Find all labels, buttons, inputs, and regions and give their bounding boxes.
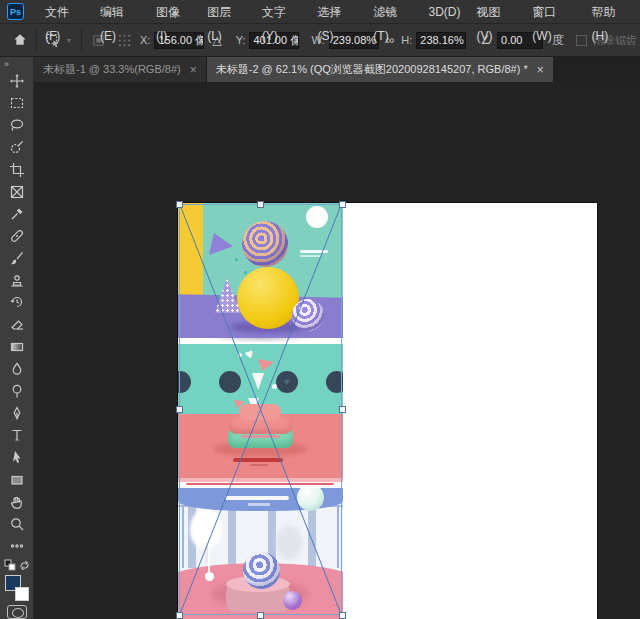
eraser-tool[interactable] bbox=[5, 315, 29, 335]
lasso-tool[interactable] bbox=[5, 115, 29, 135]
x-label: X: bbox=[140, 34, 150, 46]
rectangle-shape-tool[interactable] bbox=[5, 470, 29, 490]
transform-handle-top-center[interactable] bbox=[257, 201, 264, 208]
transform-handle-bottom-right[interactable] bbox=[339, 612, 346, 619]
swap-colors-icon[interactable] bbox=[19, 557, 30, 575]
transform-handle-bottom-center[interactable] bbox=[257, 612, 264, 619]
zoom-tool[interactable] bbox=[5, 514, 29, 534]
height-field[interactable]: 238.16% bbox=[416, 32, 466, 49]
transform-handle-bottom-left[interactable] bbox=[176, 612, 183, 619]
move-tool[interactable] bbox=[5, 71, 29, 91]
reference-point-grid-icon[interactable] bbox=[114, 30, 134, 50]
separator bbox=[81, 29, 82, 51]
menu-select[interactable]: 选择(S) bbox=[310, 0, 366, 24]
eyedropper-tool[interactable] bbox=[5, 204, 29, 224]
edit-toolbar-icon[interactable] bbox=[5, 536, 29, 556]
y-label: Y: bbox=[236, 34, 246, 46]
menu-3d[interactable]: 3D(D) bbox=[421, 0, 469, 24]
home-icon[interactable] bbox=[10, 30, 30, 50]
separator bbox=[36, 29, 37, 51]
history-brush-tool[interactable] bbox=[5, 292, 29, 312]
transform-handle-middle-left[interactable] bbox=[176, 406, 183, 413]
transform-handle-top-left[interactable] bbox=[176, 201, 183, 208]
spot-healing-brush-tool[interactable] bbox=[5, 226, 29, 246]
width-field[interactable]: 239.08% bbox=[329, 32, 379, 49]
tool-dropdown-icon[interactable]: ▾ bbox=[67, 36, 71, 45]
menu-edit[interactable]: 编辑(E) bbox=[92, 0, 148, 24]
hand-tool[interactable] bbox=[5, 492, 29, 512]
menu-window[interactable]: 窗口(W) bbox=[524, 0, 583, 24]
photoshop-window: Ps 文件(F) 编辑(E) 图像(I) 图层(L) 文字(Y) 选择(S) 滤… bbox=[0, 0, 640, 619]
menu-type[interactable]: 文字(Y) bbox=[254, 0, 310, 24]
transform-handle-top-right[interactable] bbox=[339, 201, 346, 208]
menu-filter[interactable]: 滤镜(T) bbox=[365, 0, 420, 24]
tab-title: 未标题-1 @ 33.3%(RGB/8#) bbox=[43, 62, 181, 77]
rectangular-marquee-tool[interactable] bbox=[5, 93, 29, 113]
canvas-area[interactable]: ♥ ♥ bbox=[34, 82, 640, 619]
quick-mask-icon[interactable] bbox=[7, 605, 27, 619]
menu-file[interactable]: 文件(F) bbox=[37, 0, 92, 24]
menu-bar: Ps 文件(F) 编辑(E) 图像(I) 图层(L) 文字(Y) 选择(S) 滤… bbox=[0, 0, 640, 24]
clone-stamp-tool[interactable] bbox=[5, 270, 29, 290]
free-transform-bounding-box[interactable] bbox=[179, 204, 342, 615]
color-swatches bbox=[4, 575, 30, 601]
tools-panel: » bbox=[0, 57, 34, 619]
blur-tool[interactable] bbox=[5, 359, 29, 379]
photoshop-logo-icon: Ps bbox=[7, 3, 24, 20]
tab-untitled-2[interactable]: 未标题-2 @ 62.1% (QQ浏览器截图20200928145207, RG… bbox=[207, 57, 553, 82]
quick-selection-tool[interactable] bbox=[5, 137, 29, 157]
dodge-tool[interactable] bbox=[5, 381, 29, 401]
type-tool[interactable] bbox=[5, 425, 29, 445]
close-tab-icon[interactable]: × bbox=[537, 63, 544, 77]
h-label: H: bbox=[401, 34, 412, 46]
menu-view[interactable]: 视图(V) bbox=[469, 0, 525, 24]
document-tab-bar: 未标题-1 @ 33.3%(RGB/8#) × 未标题-2 @ 62.1% (Q… bbox=[34, 57, 640, 82]
crop-tool[interactable] bbox=[5, 160, 29, 180]
brush-tool[interactable] bbox=[5, 248, 29, 268]
color-controls bbox=[4, 559, 30, 573]
angle-unit-label: 度 bbox=[552, 32, 564, 49]
tab-title: 未标题-2 @ 62.1% (QQ浏览器截图20200928145207, RG… bbox=[216, 62, 528, 77]
transform-cross-lines bbox=[180, 205, 341, 614]
path-selection-tool[interactable] bbox=[5, 447, 29, 467]
default-colors-icon[interactable] bbox=[4, 557, 16, 575]
tab-untitled-1[interactable]: 未标题-1 @ 33.3%(RGB/8#) × bbox=[34, 57, 207, 82]
collapse-tools-icon[interactable]: » bbox=[0, 57, 11, 70]
antialias-checkbox[interactable] bbox=[576, 35, 587, 46]
gradient-tool[interactable] bbox=[5, 337, 29, 357]
transform-handle-middle-right[interactable] bbox=[339, 406, 346, 413]
frame-tool[interactable] bbox=[5, 182, 29, 202]
menu-image[interactable]: 图像(I) bbox=[148, 0, 199, 24]
menu-layer[interactable]: 图层(L) bbox=[199, 0, 254, 24]
background-color-swatch[interactable] bbox=[15, 587, 29, 601]
menu-help[interactable]: 帮助(H) bbox=[584, 0, 640, 24]
pen-tool[interactable] bbox=[5, 403, 29, 423]
close-tab-icon[interactable]: × bbox=[190, 63, 197, 77]
